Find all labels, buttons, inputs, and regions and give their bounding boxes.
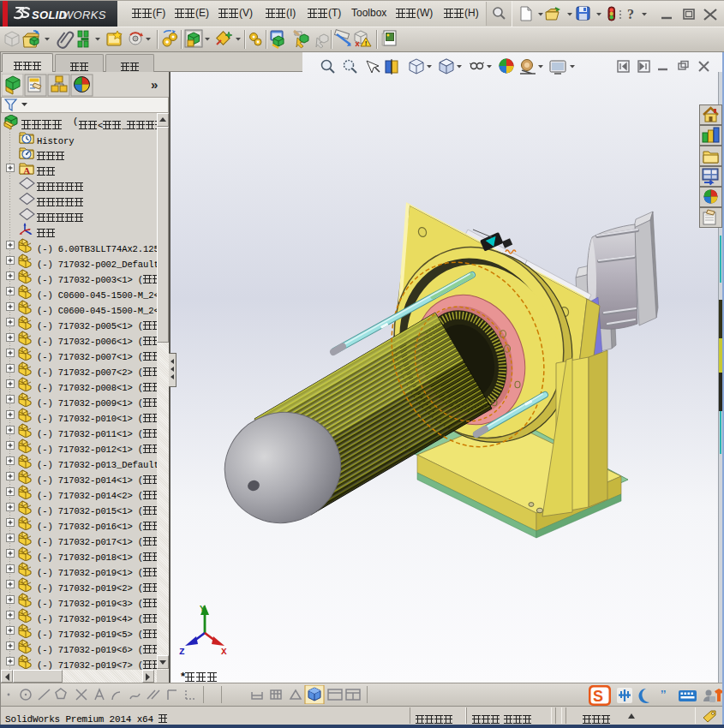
svg-text:WORKS: WORKS (63, 9, 106, 21)
svg-text:!: ! (365, 39, 368, 47)
svg-text:?: ? (627, 7, 634, 21)
svg-text:Z: Z (179, 647, 185, 657)
svg-text:A: A (23, 165, 30, 176)
svg-text:S: S (593, 688, 603, 705)
svg-text:’’: ’’ (661, 689, 666, 701)
svg-text:X: X (221, 647, 227, 657)
svg-text:Y: Y (200, 604, 206, 614)
